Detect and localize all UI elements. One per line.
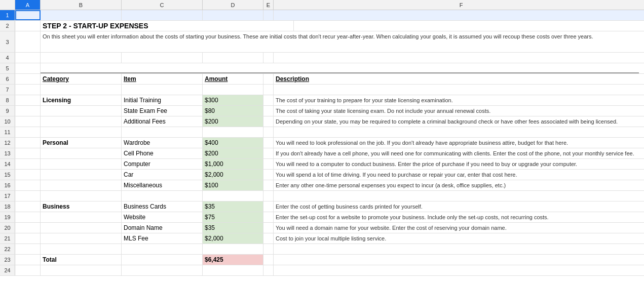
cell-d20[interactable]: $35 xyxy=(203,223,263,233)
cell-e10[interactable] xyxy=(263,116,274,127)
cell-d8[interactable]: $300 xyxy=(203,95,263,105)
cell-e2[interactable] xyxy=(284,21,294,31)
cell-b15[interactable] xyxy=(41,170,122,180)
cell-e19[interactable] xyxy=(263,212,274,222)
cell-f15[interactable]: You will spend a lot of time driving. If… xyxy=(274,170,644,180)
cell-a21[interactable] xyxy=(15,233,41,244)
cell-f10[interactable]: Depending on your state, you may be requ… xyxy=(274,116,644,127)
cell-c24[interactable] xyxy=(122,265,203,275)
col-header-a[interactable]: A xyxy=(15,0,41,10)
cell-c20[interactable]: Domain Name xyxy=(122,223,203,233)
cell-b9[interactable] xyxy=(41,106,122,116)
cell-a5[interactable] xyxy=(15,63,41,73)
cell-d13[interactable]: $200 xyxy=(203,148,263,158)
cell-a2[interactable] xyxy=(15,21,41,31)
cell-b13[interactable] xyxy=(41,148,122,158)
cell-b21[interactable] xyxy=(41,233,122,244)
cell-b18[interactable]: Business xyxy=(41,201,122,212)
cell-f13[interactable]: If you don't already have a cell phone, … xyxy=(274,148,644,158)
cell-c7[interactable] xyxy=(122,85,203,95)
cell-b12[interactable]: Personal xyxy=(41,138,122,148)
cell-a16[interactable] xyxy=(15,180,41,190)
col-header-c[interactable]: C xyxy=(122,0,203,10)
cell-c18[interactable]: Business Cards xyxy=(122,201,203,212)
cell-d23[interactable]: $6,425 xyxy=(203,255,263,265)
cell-b2[interactable]: STEP 2 - START-UP EXPENSES xyxy=(41,21,284,31)
cell-a20[interactable] xyxy=(15,223,41,233)
cell-e1[interactable] xyxy=(263,10,274,20)
cell-e21[interactable] xyxy=(263,233,274,244)
cell-c19[interactable]: Website xyxy=(122,212,203,222)
cell-a7[interactable] xyxy=(15,85,41,95)
cell-e13[interactable] xyxy=(263,148,274,158)
cell-d19[interactable]: $75 xyxy=(203,212,263,222)
cell-f22[interactable] xyxy=(274,244,644,254)
cell-b24[interactable] xyxy=(41,265,122,275)
cell-e15[interactable] xyxy=(263,170,274,180)
cell-d6[interactable]: Amount xyxy=(203,74,263,84)
cell-d7[interactable] xyxy=(203,85,263,95)
cell-f20[interactable]: You will need a domain name for your web… xyxy=(274,223,644,233)
cell-c4[interactable] xyxy=(122,53,203,63)
cell-b8[interactable]: Licensing xyxy=(41,95,122,105)
cell-b14[interactable] xyxy=(41,159,122,169)
cell-d1[interactable] xyxy=(203,10,263,20)
cell-f1[interactable] xyxy=(274,10,644,20)
cell-b1[interactable] xyxy=(41,10,122,20)
cell-e20[interactable] xyxy=(263,223,274,233)
cell-e23[interactable] xyxy=(263,255,274,265)
cell-f2[interactable] xyxy=(294,21,644,31)
cell-f16[interactable]: Enter any other one-time personal expens… xyxy=(274,180,644,190)
cell-d12[interactable]: $400 xyxy=(203,138,263,148)
cell-e8[interactable] xyxy=(263,95,274,105)
col-header-d[interactable]: D xyxy=(203,0,263,10)
cell-f14[interactable]: You will need to a computer to conduct b… xyxy=(274,159,644,169)
cell-c8[interactable]: Initial Training xyxy=(122,95,203,105)
cell-b20[interactable] xyxy=(41,223,122,233)
cell-d9[interactable]: $80 xyxy=(203,106,263,116)
cell-e14[interactable] xyxy=(263,159,274,169)
cell-b19[interactable] xyxy=(41,212,122,222)
cell-a4[interactable] xyxy=(15,53,41,63)
cell-c23[interactable] xyxy=(122,255,203,265)
cell-a9[interactable] xyxy=(15,106,41,116)
cell-a17[interactable] xyxy=(15,191,41,201)
cell-e9[interactable] xyxy=(263,106,274,116)
cell-a3[interactable] xyxy=(15,31,41,52)
cell-c16[interactable]: Miscellaneous xyxy=(122,180,203,190)
cell-b6[interactable]: Category xyxy=(41,74,122,84)
cell-f9[interactable]: The cost of taking your state licensing … xyxy=(274,106,644,116)
cell-a10[interactable] xyxy=(15,116,41,127)
cell-b7[interactable] xyxy=(41,85,122,95)
cell-c22[interactable] xyxy=(122,244,203,254)
cell-d22[interactable] xyxy=(203,244,263,254)
cell-e17[interactable] xyxy=(263,191,274,201)
cell-e16[interactable] xyxy=(263,180,274,190)
cell-e12[interactable] xyxy=(263,138,274,148)
cell-e24[interactable] xyxy=(263,265,274,275)
cell-c11[interactable] xyxy=(122,127,203,137)
cell-d4[interactable] xyxy=(203,53,263,63)
cell-c15[interactable]: Car xyxy=(122,170,203,180)
cell-b17[interactable] xyxy=(41,191,122,201)
cell-a24[interactable] xyxy=(15,265,41,275)
cell-c6[interactable]: Item xyxy=(122,74,203,84)
cell-a1[interactable] xyxy=(15,10,41,20)
cell-b16[interactable] xyxy=(41,180,122,190)
cell-b3[interactable]: On this sheet you will enter information… xyxy=(41,31,639,52)
cell-f4[interactable] xyxy=(274,53,644,63)
cell-d18[interactable]: $35 xyxy=(203,201,263,212)
cell-c13[interactable]: Cell Phone xyxy=(122,148,203,158)
cell-b4[interactable] xyxy=(41,53,122,63)
cell-d14[interactable]: $1,000 xyxy=(203,159,263,169)
cell-a11[interactable] xyxy=(15,127,41,137)
cell-e6[interactable] xyxy=(263,74,274,84)
cell-a22[interactable] xyxy=(15,244,41,254)
cell-d16[interactable]: $100 xyxy=(203,180,263,190)
cell-e11[interactable] xyxy=(263,127,274,137)
cell-f7[interactable] xyxy=(274,85,644,95)
cell-c21[interactable]: MLS Fee xyxy=(122,233,203,244)
cell-f12[interactable]: You will need to look professional on th… xyxy=(274,138,644,148)
cell-f18[interactable]: Enter the cost of getting business cards… xyxy=(274,201,644,212)
cell-a8[interactable] xyxy=(15,95,41,105)
